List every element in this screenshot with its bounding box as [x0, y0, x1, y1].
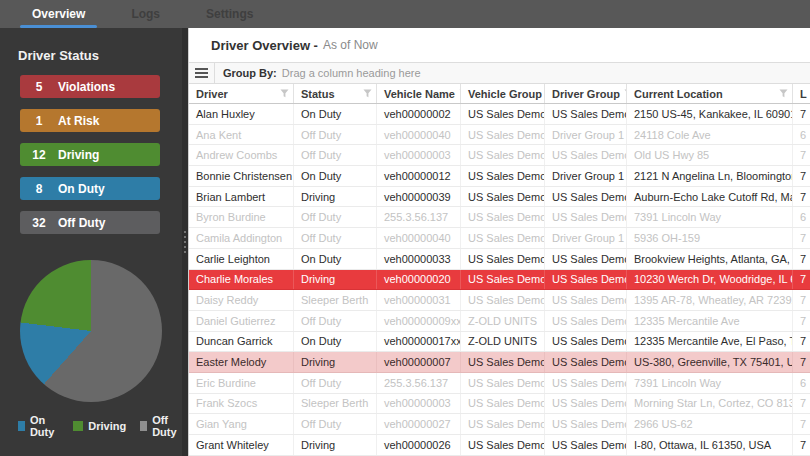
table-row[interactable]: Alan HuxleyOn Dutyveh00000002US Sales De… — [189, 104, 810, 125]
cell-l: 7 — [793, 166, 810, 186]
column-header-label: L — [800, 88, 807, 100]
column-header-l[interactable]: L — [793, 84, 810, 103]
legend-label: Driving — [88, 420, 126, 432]
cell-current-location: 2966 US-62 — [627, 414, 793, 434]
table-row[interactable]: Duncan GarrickOn Dutyveh00000017xxZ-OLD … — [189, 332, 810, 353]
legend-item-on-duty: On Duty — [18, 414, 59, 438]
cell-vehicle-group: US Sales Demo (... — [461, 435, 545, 455]
column-header-driver-group[interactable]: Driver Group — [545, 84, 627, 103]
cell-vehicle-group: US Sales Demo (... — [461, 352, 545, 372]
cell-vehicle-group: US Sales Demo (... — [461, 394, 545, 414]
cell-current-location: I-80, Ottawa, IL 61350, USA — [627, 435, 793, 455]
table-row[interactable]: Daniel GutierrezOff Dutyveh00000009xxZ-O… — [189, 311, 810, 332]
cell-vehicle-group: US Sales Demo (... — [461, 125, 545, 145]
column-header-label: Driver — [196, 88, 228, 100]
cell-status: Driving — [294, 352, 377, 372]
cell-l: 7 — [793, 311, 810, 331]
cell-vehicle-group: US Sales Demo (... — [461, 249, 545, 269]
status-label: Off Duty — [58, 216, 105, 230]
driver-status-sidebar: Driver Status 5 Violations 1 At Risk 12 … — [0, 28, 182, 456]
table-row[interactable]: Charlie MoralesDrivingveh00000020US Sale… — [189, 270, 810, 291]
status-count: 1 — [20, 114, 58, 128]
tab-logs[interactable]: Logs — [117, 0, 174, 28]
table-row[interactable]: Byron BurdineOff Duty255.3.56.137US Sale… — [189, 207, 810, 228]
cell-driver-group: US Sales Demo (... — [545, 207, 627, 227]
legend-swatch-on-duty — [18, 421, 25, 431]
cell-status: Driving — [294, 187, 377, 207]
column-header-vehicle-group[interactable]: Vehicle Group — [461, 84, 545, 103]
cell-driver-group: US Sales Demo (... — [545, 352, 627, 372]
status-count: 8 — [20, 182, 58, 196]
table-row[interactable]: Daisy ReddySleeper Berthveh00000031US Sa… — [189, 290, 810, 311]
column-header-current-location[interactable]: Current Location — [627, 84, 793, 103]
cell-driver: Alan Huxley — [189, 104, 294, 124]
column-header-label: Vehicle Name — [384, 88, 455, 100]
cell-vehicle-group: Z-OLD UNITS — [461, 332, 545, 352]
cell-current-location: 2150 US-45, Kankakee, IL 60901, USA — [627, 104, 793, 124]
cell-vehicle-name: veh00000003 — [377, 394, 461, 414]
table-row[interactable]: Grant WhiteleyDrivingveh00000026US Sales… — [189, 435, 810, 456]
cell-status: On Duty — [294, 332, 377, 352]
table-row[interactable]: Carlie LeightonOn Dutyveh00000033US Sale… — [189, 249, 810, 270]
cell-l: 7 — [793, 228, 810, 248]
status-button-at-risk[interactable]: 1 At Risk — [20, 109, 160, 132]
cell-current-location: 7391 Lincoln Way — [627, 207, 793, 227]
tab-settings[interactable]: Settings — [192, 0, 267, 28]
column-header-status[interactable]: Status — [294, 84, 377, 103]
filter-icon[interactable] — [280, 89, 289, 98]
cell-driver-group: Driver Group 1 — [545, 166, 627, 186]
cell-driver-group: US Sales Demo (... — [545, 145, 627, 165]
tab-overview[interactable]: Overview — [18, 0, 99, 28]
cell-vehicle-name: 255.3.56.137 — [377, 373, 461, 393]
status-button-driving[interactable]: 12 Driving — [20, 143, 160, 166]
table-row[interactable]: Ana KentOff Dutyveh00000040US Sales Demo… — [189, 125, 810, 146]
cell-vehicle-name: veh00000039 — [377, 187, 461, 207]
cell-driver: Brian Lambert — [189, 187, 294, 207]
cell-vehicle-group: US Sales Demo (... — [461, 373, 545, 393]
filter-icon[interactable] — [363, 89, 372, 98]
table-row[interactable]: Gian YangOff Dutyveh00000027US Sales Dem… — [189, 414, 810, 435]
cell-vehicle-name: veh00000026 — [377, 435, 461, 455]
cell-status: Off Duty — [294, 228, 377, 248]
status-button-on-duty[interactable]: 8 On Duty — [20, 177, 160, 200]
cell-current-location: Old US Hwy 85 — [627, 145, 793, 165]
cell-vehicle-name: veh00000009xx — [377, 311, 461, 331]
table-row[interactable]: Frank SzocsSleeper Berthveh00000003US Sa… — [189, 394, 810, 415]
legend-label: Off Duty — [152, 414, 182, 438]
cell-driver: Camila Addington — [189, 228, 294, 248]
cell-vehicle-name: veh00000017xx — [377, 332, 461, 352]
cell-vehicle-group: Z-OLD UNITS — [461, 311, 545, 331]
cell-vehicle-name: veh00000031 — [377, 290, 461, 310]
table-row[interactable]: Bonnie ChristensenOn Dutyveh00000012US S… — [189, 166, 810, 187]
table-row[interactable]: Easter MelodyDrivingveh00000007US Sales … — [189, 352, 810, 373]
cell-current-location: 10230 Werch Dr, Woodridge, IL 60517, U..… — [627, 270, 793, 290]
cell-driver: Frank Szocs — [189, 394, 294, 414]
cell-driver-group: US Sales Demo (... — [545, 373, 627, 393]
cell-vehicle-name: veh00000033 — [377, 249, 461, 269]
group-by-dropzone[interactable]: Drag a column heading here — [282, 67, 421, 79]
cell-status: Driving — [294, 270, 377, 290]
cell-vehicle-name: veh00000040 — [377, 125, 461, 145]
cell-vehicle-group: US Sales Demo (... — [461, 104, 545, 124]
table-row[interactable]: Andrew CoombsOff Dutyveh00000003US Sales… — [189, 145, 810, 166]
table-row[interactable]: Eric BurdineOff Duty255.3.56.137US Sales… — [189, 373, 810, 394]
cell-current-location: 24118 Cole Ave — [627, 125, 793, 145]
table-row[interactable]: Camila AddingtonOff Dutyveh00000040US Sa… — [189, 228, 810, 249]
cell-status: Off Duty — [294, 207, 377, 227]
filter-icon[interactable] — [779, 89, 788, 98]
status-button-off-duty[interactable]: 32 Off Duty — [20, 211, 160, 234]
cell-status: Off Duty — [294, 125, 377, 145]
cell-vehicle-name: veh00000003 — [377, 145, 461, 165]
cell-driver: Gian Yang — [189, 414, 294, 434]
column-header-vehicle-name[interactable]: Vehicle Name — [377, 84, 461, 103]
status-button-violations[interactable]: 5 Violations — [20, 75, 160, 98]
cell-status: On Duty — [294, 249, 377, 269]
cell-driver-group: US Sales Demo (... — [545, 249, 627, 269]
column-header-driver[interactable]: Driver — [189, 84, 294, 103]
cell-status: Off Duty — [294, 373, 377, 393]
cell-driver-group: US Sales Demo (... — [545, 394, 627, 414]
grid-menu-button[interactable] — [189, 63, 215, 83]
cell-vehicle-group: US Sales Demo (... — [461, 166, 545, 186]
table-row[interactable]: Brian LambertDrivingveh00000039US Sales … — [189, 187, 810, 208]
cell-vehicle-name: veh00000027 — [377, 414, 461, 434]
